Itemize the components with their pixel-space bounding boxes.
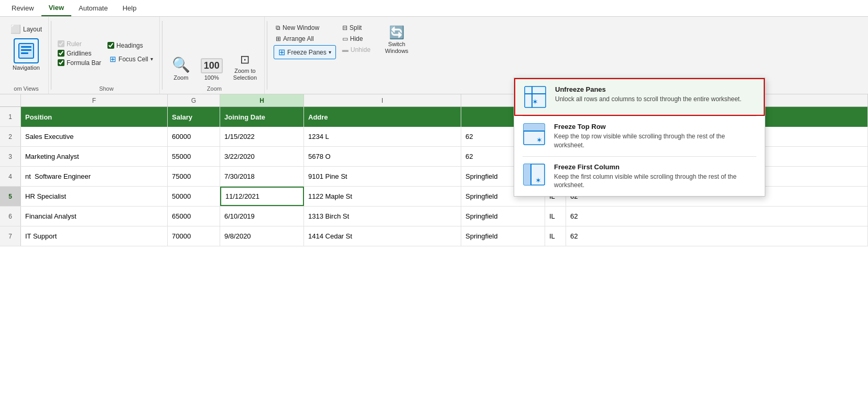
row-num-2: 2 [0,127,21,146]
ruler-check[interactable] [58,40,64,47]
cell-date-6[interactable]: 6/10/2019 [220,207,304,226]
table-row: 7 IT Support 70000 9/8/2020 1414 Cedar S… [0,226,868,246]
layout-icon: ⬜ [10,24,21,34]
cell-city-7[interactable]: Springfield [461,226,545,246]
freeze-panes-button[interactable]: ⊞ Freeze Panes ▾ [274,45,336,59]
cell-zip-6[interactable]: 62 [566,207,868,226]
col-address-header: Addre [304,107,461,127]
arrange-all-icon: ⊞ [276,35,281,42]
show-options: Ruler Gridlines Formula Bar [58,40,101,67]
row-num-6: 6 [0,207,21,226]
cell-date-4[interactable]: 7/30/2018 [220,167,304,186]
freeze-first-col-item[interactable]: ✶ Freeze First Column Keep the first col… [514,157,765,197]
formula-bar-checkbox[interactable]: Formula Bar [58,59,101,67]
col-g-header[interactable]: G [168,94,220,106]
freeze-panes-dropdown: ✶ Unfreeze Panes Unlock all rows and col… [514,78,765,197]
svg-text:✶: ✶ [535,176,541,185]
unhide-button[interactable]: ▬ Unhide [340,45,373,55]
freeze-top-row-icon: ✶ [523,123,546,146]
zoom-to-selection-button[interactable]: ⊡ Zoom to Selection [230,51,260,83]
cell-salary-5[interactable]: 50000 [168,187,220,206]
cell-salary-3[interactable]: 55000 [168,147,220,166]
headings-checkbox[interactable]: Headings [107,42,155,49]
tab-help[interactable]: Help [115,0,144,16]
zoom-button[interactable]: 🔍 Zoom [169,54,193,83]
cell-address-5[interactable]: 1122 Maple St [304,187,461,206]
cell-position-6[interactable]: Financial Analyst [21,207,168,226]
cell-position-5[interactable]: HR Specialist [21,187,168,206]
split-button[interactable]: ⊟ Split [340,23,373,32]
cell-date-3[interactable]: 3/22/2020 [220,147,304,166]
navigation-button[interactable]: Navigation [8,36,44,73]
svg-rect-13 [524,164,531,185]
formula-bar-check[interactable] [58,59,64,66]
cell-salary-2[interactable]: 60000 [168,127,220,146]
zoom-label: Zoom [207,85,222,92]
cell-address-7[interactable]: 1414 Cedar St [304,226,461,246]
col-f-header[interactable]: F [21,94,168,106]
arrange-all-button[interactable]: ⊞ Arrange All [274,34,336,44]
tab-review[interactable]: Review [4,0,41,16]
unfreeze-panes-icon: ✶ [524,85,547,109]
focus-cell-dropdown-icon: ▾ [150,56,153,62]
row-num-5: 5 [0,187,21,206]
row-num-header [0,94,21,106]
zoom-100-icon: 100 [201,58,223,73]
cell-salary-4[interactable]: 75000 [168,167,220,186]
freeze-panes-dropdown-icon: ▾ [329,49,331,55]
freeze-first-col-text: Freeze First Column Keep the first colum… [554,163,756,190]
cell-address-4[interactable]: 9101 Pine St [304,167,461,186]
freeze-top-row-text: Freeze Top Row Keep the top row visible … [554,123,756,150]
cell-state-6[interactable]: IL [545,207,566,226]
new-window-icon: ⧉ [276,24,280,31]
focus-cell-icon: ⊞ [110,55,116,64]
cell-position-4[interactable]: nt Software Engineer [21,167,168,186]
col-salary-header: Salary [168,107,220,127]
tab-automate[interactable]: Automate [71,0,115,16]
cell-position-2[interactable]: Sales Executive [21,127,168,146]
hide-icon: ▭ [342,35,348,42]
cell-date-2[interactable]: 1/15/2022 [220,127,304,146]
cell-city-6[interactable]: Springfield [461,207,545,226]
cell-address-2[interactable]: 1234 L [304,127,461,146]
col-h-header[interactable]: H [220,94,304,106]
zoom-to-selection-icon: ⊡ [240,53,249,67]
row-num-3: 3 [0,147,21,166]
unhide-icon: ▬ [342,46,349,53]
cell-address-3[interactable]: 5678 O [304,147,461,166]
cell-position-3[interactable]: Marketing Analyst [21,147,168,166]
cell-position-7[interactable]: IT Support [21,226,168,246]
zoom-icon: 🔍 [172,56,190,73]
unfreeze-panes-text: Unfreeze Panes Unlock all rows and colum… [555,85,742,104]
col-i-header[interactable]: I [304,94,461,106]
svg-rect-2 [21,49,31,51]
headings-check[interactable] [107,42,114,49]
cell-salary-7[interactable]: 70000 [168,226,220,246]
cell-zip-7[interactable]: 62 [566,226,868,246]
zoom-100-button[interactable]: 100 100% [198,56,226,83]
cell-date-7[interactable]: 9/8/2020 [220,226,304,246]
focus-cell-button[interactable]: ⊞ Focus Cell ▾ [107,53,155,65]
switch-windows-button[interactable]: 🔄 Switch Windows [381,23,413,57]
cell-date-5[interactable]: 11/12/2021 [220,187,304,206]
svg-rect-3 [21,52,28,54]
table-row: 6 Financial Analyst 65000 6/10/2019 1313… [0,207,868,226]
row-num-4: 4 [0,167,21,186]
row-num-1: 1 [0,107,21,126]
unfreeze-panes-item[interactable]: ✶ Unfreeze Panes Unlock all rows and col… [514,78,765,116]
svg-rect-1 [21,46,31,48]
cell-state-7[interactable]: IL [545,226,566,246]
show-label: Show [99,85,114,92]
gridlines-checkbox[interactable]: Gridlines [58,50,101,57]
gridlines-check[interactable] [58,50,64,57]
row-num-7: 7 [0,226,21,246]
cell-salary-6[interactable]: 65000 [168,207,220,226]
hide-button[interactable]: ▭ Hide [340,34,373,44]
cell-address-6[interactable]: 1313 Birch St [304,207,461,226]
layout-button[interactable]: ⬜ Layout [8,23,44,35]
ruler-checkbox[interactable]: Ruler [58,40,101,48]
freeze-top-row-item[interactable]: ✶ Freeze Top Row Keep the top row visibl… [514,116,765,156]
zoom-group: 🔍 Zoom 100 100% ⊡ Zoom to Selection Zoom [165,17,265,94]
tab-view[interactable]: View [41,0,71,16]
new-window-button[interactable]: ⧉ New Window [274,23,336,32]
